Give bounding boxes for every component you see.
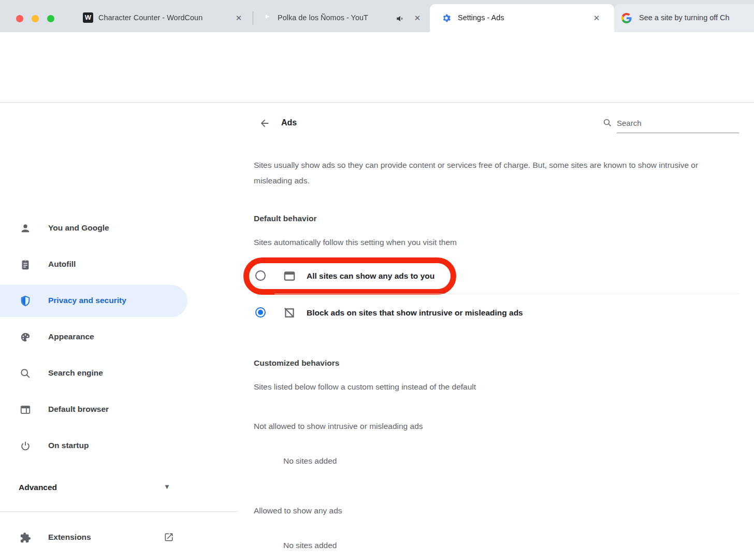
puzzle-icon — [20, 532, 31, 543]
sidebar-item-label: Default browser — [48, 405, 109, 414]
sidebar-divider — [0, 511, 238, 512]
close-tab-icon[interactable]: ✕ — [234, 13, 244, 23]
tab-settings-ads[interactable]: Settings - Ads ✕ — [430, 4, 614, 32]
search-icon — [20, 368, 31, 379]
sidebar-item-label: Appearance — [48, 332, 94, 341]
sidebar-item-label: On startup — [48, 441, 89, 450]
sidebar-item-label: You and Google — [48, 223, 109, 233]
page-search-input[interactable] — [617, 116, 739, 130]
power-icon — [20, 440, 31, 452]
page-search-underline — [617, 133, 739, 133]
advanced-label: Advanced — [19, 483, 57, 492]
tab-divider — [253, 11, 253, 25]
radio-block-ads[interactable] — [255, 307, 266, 318]
palette-icon — [20, 332, 31, 343]
default-behavior-title: Default behavior — [254, 214, 316, 223]
settings-gear-favicon — [441, 13, 452, 23]
search-icon — [603, 118, 612, 127]
close-tab-icon[interactable]: ✕ — [591, 13, 602, 23]
options-divider — [274, 294, 739, 294]
minimize-window-button[interactable] — [32, 15, 39, 22]
zoom-window-button[interactable] — [47, 15, 54, 22]
sidebar-item-you-and-google[interactable]: You and Google — [0, 216, 187, 241]
tab-youtube[interactable]: Polka de los Ñomos - YouT ✕ — [257, 4, 430, 32]
back-arrow-icon[interactable] — [259, 118, 270, 129]
chevron-down-icon: ▼ — [164, 483, 170, 491]
option-label-block-ads: Block ads on sites that show intrusive o… — [307, 308, 523, 318]
sidebar-item-extensions[interactable]: Extensions — [0, 525, 187, 550]
external-link-icon — [164, 532, 174, 542]
clipboard-icon — [20, 259, 31, 270]
tab-title: Character Counter - WordCoun — [98, 13, 232, 22]
shield-icon — [20, 295, 31, 307]
radio-dot — [258, 310, 263, 315]
customized-behaviors-title: Customized behaviors — [254, 358, 339, 368]
radio-all-sites[interactable] — [255, 270, 266, 281]
browser-window: W Character Counter - WordCoun ✕ Polka d… — [0, 0, 754, 560]
person-icon — [20, 223, 31, 234]
sidebar-item-search-engine[interactable]: Search engine — [0, 361, 187, 386]
page-title: Ads — [281, 118, 297, 127]
wordcounter-favicon: W — [83, 12, 93, 23]
ads-settings-page: Ads Sites usually show ads so they can p… — [238, 103, 754, 560]
tab-title: Polka de los Ñomos - YouT — [278, 13, 393, 22]
sidebar-item-label: Extensions — [48, 533, 91, 542]
sidebar-item-autofill[interactable]: Autofill — [0, 252, 187, 277]
youtube-favicon — [262, 12, 272, 23]
close-window-button[interactable] — [16, 15, 23, 22]
browser-window-icon — [20, 404, 31, 415]
ads-intro-text: Sites usually show ads so they can provi… — [254, 157, 728, 189]
sidebar-item-on-startup[interactable]: On startup — [0, 434, 187, 458]
sidebar-item-label: Search engine — [48, 368, 103, 378]
option-label-all-sites: All sites can show any ads to you — [307, 271, 434, 281]
sidebar-item-privacy-and-security[interactable]: Privacy and security — [0, 289, 187, 313]
sidebar-advanced-toggle[interactable]: Advanced ▼ — [0, 477, 187, 500]
sidebar-item-label: Privacy and security — [48, 296, 126, 305]
not-allowed-empty-text: No sites added — [283, 456, 337, 466]
sidebar-item-appearance[interactable]: Appearance — [0, 325, 187, 350]
google-favicon — [621, 13, 632, 23]
sidebar-item-label: Autofill — [48, 260, 76, 269]
allowed-empty-text: No sites added — [283, 541, 337, 550]
customized-behaviors-subtitle: Sites listed below follow a custom setti… — [254, 382, 476, 392]
close-tab-icon[interactable]: ✕ — [412, 13, 423, 23]
ads-window-icon — [283, 269, 296, 283]
tab-title: Settings - Ads — [458, 13, 577, 22]
not-allowed-list-label: Not allowed to show intrusive or mislead… — [254, 422, 423, 431]
settings-header: Settings — [0, 59, 754, 103]
settings-sidebar: You and Google Autofill Privacy and secu… — [0, 103, 238, 560]
tab-google-result[interactable]: See a site by turning off Ch — [614, 4, 754, 32]
tab-wordcounter[interactable]: W Character Counter - WordCoun ✕ — [77, 4, 249, 32]
browser-toolbar: ← → ↻ Chrome chrome://settings/content/a… — [0, 32, 754, 59]
default-behavior-subtitle: Sites automatically follow this setting … — [254, 238, 457, 247]
tab-title: See a site by turning off Ch — [639, 13, 754, 22]
allowed-list-label: Allowed to show any ads — [254, 506, 342, 515]
audio-speaker-icon[interactable] — [396, 14, 405, 23]
tab-strip: W Character Counter - WordCoun ✕ Polka d… — [0, 0, 754, 32]
blocked-ads-icon — [283, 306, 296, 320]
sidebar-item-default-browser[interactable]: Default browser — [0, 397, 187, 422]
